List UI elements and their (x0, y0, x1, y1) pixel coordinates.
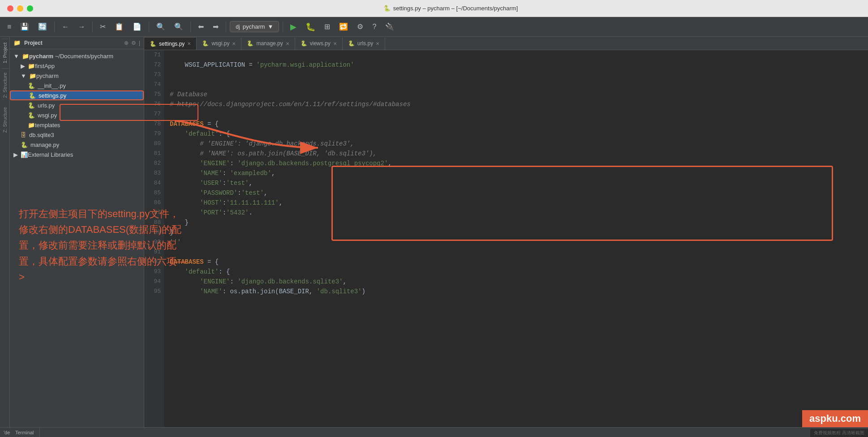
init-icon: 🐍 (28, 82, 35, 89)
settings-file-icon: 🐍 (29, 92, 36, 99)
separator-1 (54, 21, 55, 32)
separator-4 (190, 21, 191, 32)
coverage-button[interactable]: ⊞ (321, 21, 334, 33)
urls-icon: 🐍 (28, 102, 35, 109)
debug-button[interactable]: 🐛 (302, 20, 319, 34)
ext-expand-icon: ▶ (13, 151, 18, 158)
ext-icon: 📊 (21, 151, 28, 158)
code-line-91 (170, 247, 863, 257)
tree-ext-libs[interactable]: ▶ 📊 External Libraries (10, 150, 144, 159)
gear-icon[interactable]: | (139, 40, 140, 46)
tab-views[interactable]: 🐍 views.py ✕ (295, 37, 343, 50)
tree-db[interactable]: 🗄 db.sqlite3 (10, 130, 144, 140)
separator-6 (283, 21, 283, 32)
close-button[interactable] (7, 5, 13, 12)
tab-wsgi[interactable]: 🐍 wsgi.py ✕ (197, 37, 241, 50)
tab-manage[interactable]: 🐍 manage.py ✕ (241, 37, 295, 50)
code-line-74 (170, 80, 863, 90)
tab-settings-icon: 🐍 (150, 41, 156, 47)
terminal-tab[interactable]: Terminal (10, 427, 40, 437)
profile-button[interactable]: 🔁 (335, 21, 352, 33)
copy-button[interactable]: 📋 (111, 21, 127, 33)
cut-button[interactable]: ✂ (96, 21, 109, 33)
separator-2 (92, 21, 93, 32)
code-line-73 (170, 70, 863, 80)
tab-urls[interactable]: 🐍 urls.py ✕ (343, 37, 385, 50)
annotation-text: 打开左侧主项目下的setting.py文件，修改右侧的DATABASES(数据库… (19, 206, 189, 285)
vertical-tab-strip: 1: Project 2: Structure Z: Structure (0, 37, 10, 427)
code-editor[interactable]: 71 72 73 74 75 76 77 78 79 80 81 82 83 8… (144, 50, 868, 427)
tree-urls[interactable]: 🐍 urls.py (10, 100, 144, 110)
code-line-88: } (170, 218, 863, 227)
db-icon: 🗄 (21, 132, 26, 138)
tab-wsgi-icon: 🐍 (202, 40, 209, 47)
folder-icon-firstapp: 📁 (28, 63, 35, 69)
project-header: 📁 Project ⊕ ⚙ | (10, 37, 144, 49)
project-folder-icon: 📁 (13, 39, 21, 46)
editor-area: 🐍 settings.py ✕ 🐍 wsgi.py ✕ 🐍 manage.py … (144, 37, 868, 427)
watermark-sub: 免费视频教程 高清晰截图 (810, 429, 868, 437)
tab-manage-icon: 🐍 (247, 40, 254, 47)
code-line-86: 'HOST':'11.11.11.111', (170, 198, 863, 208)
maximize-button[interactable] (27, 5, 33, 12)
code-line-84: 'USER':'test', (170, 178, 863, 188)
tree-wsgi[interactable]: 🐍 wsgi.py (10, 110, 144, 120)
window-title: 🐍 settings.py – pycharm – [~/Documents/p… (40, 5, 861, 12)
tab-settings[interactable]: 🐍 settings.py ✕ (144, 37, 197, 50)
project-selector[interactable]: dj pycharm ▼ (230, 21, 279, 32)
tree-pycharm-folder[interactable]: ▼ 📁 pycharm (10, 71, 144, 81)
code-line-94: 'ENGINE': 'django.db.backends.sqlite3', (170, 277, 863, 287)
folder-icon: 📁 (22, 53, 29, 60)
code-line-72: WSGI_APPLICATION = 'pycharm.wsgi.applica… (170, 60, 863, 70)
paste-button[interactable]: 📄 (129, 21, 145, 33)
folder-icon-pycharm: 📁 (29, 73, 36, 79)
find-replace-button[interactable]: 🔍 (171, 21, 187, 33)
tab-settings-close[interactable]: ✕ (187, 41, 191, 46)
tree-init[interactable]: 🐍 __init__.py (10, 81, 144, 90)
save-button[interactable]: 💾 (17, 21, 33, 33)
plugins-button[interactable]: 🔌 (382, 21, 398, 33)
minimize-button[interactable] (17, 5, 23, 12)
tab-manage-close[interactable]: ✕ (286, 41, 289, 46)
back-button[interactable]: ← (58, 21, 73, 33)
code-line-76: # https://docs.djangoproject.com/en/1.11… (170, 99, 863, 109)
tab-urls-close[interactable]: ✕ (376, 41, 379, 46)
code-line-77 (170, 109, 863, 119)
tab-favorites[interactable]: Z: Structure (1, 103, 9, 136)
tree-templates[interactable]: ▶ 📁 templates (10, 120, 144, 130)
code-line-80: # 'ENGINE': 'django.db.backends.sqlite3'… (170, 139, 863, 149)
code-line-79: 'default': { (170, 129, 863, 139)
title-icon: 🐍 (383, 5, 391, 12)
code-line-71 (170, 50, 863, 60)
find-button[interactable]: 🔍 (153, 21, 169, 33)
tab-structure[interactable]: 2: Structure (1, 69, 9, 102)
nav-forward-button[interactable]: ➡ (209, 21, 222, 33)
forward-button[interactable]: → (74, 21, 89, 33)
tab-views-close[interactable]: ✕ (333, 41, 337, 46)
run-button[interactable]: ▶ (287, 20, 300, 34)
help-button[interactable]: ? (369, 21, 380, 33)
settings-icon[interactable]: ⚙ (131, 40, 136, 46)
tree-root[interactable]: ▼ 📁 pycharm ~/Documents/pycharm (10, 51, 144, 61)
code-line-92: DATABASES = { (170, 257, 863, 267)
traffic-lights (7, 5, 33, 12)
code-line-81: # 'NAME': os.path.join(BASE_DIR, 'db.sql… (170, 149, 863, 159)
separator-5 (226, 21, 226, 32)
tree-manage[interactable]: 🐍 manage.py (10, 140, 144, 150)
expand-icon: ▼ (13, 53, 19, 60)
title-bar: 🐍 settings.py – pycharm – [~/Documents/p… (0, 0, 868, 17)
nav-back-button[interactable]: ⬅ (194, 21, 207, 33)
status-bar: 'default' › 'PORT' (0, 427, 868, 437)
toolbar: ≡ 💾 🔄 ← → ✂ 📋 📄 🔍 🔍 ⬅ ➡ dj pycharm ▼ ▶ 🐛… (0, 17, 868, 37)
tab-project[interactable]: 1: Project (1, 39, 9, 67)
tools-button[interactable]: ⚙ (353, 21, 367, 33)
scope-icon[interactable]: ⊕ (124, 40, 129, 46)
tab-wsgi-close[interactable]: ✕ (232, 41, 236, 46)
manage-icon: 🐍 (21, 141, 28, 148)
menu-button[interactable]: ≡ (4, 21, 15, 33)
code-area[interactable]: WSGI_APPLICATION = 'pycharm.wsgi.applica… (164, 50, 868, 427)
code-line-89: } (170, 227, 863, 237)
tree-settings[interactable]: 🐍 settings.py (10, 90, 144, 100)
tree-firstapp[interactable]: ▶ 📁 firstApp (10, 61, 144, 71)
sync-button[interactable]: 🔄 (34, 21, 51, 33)
